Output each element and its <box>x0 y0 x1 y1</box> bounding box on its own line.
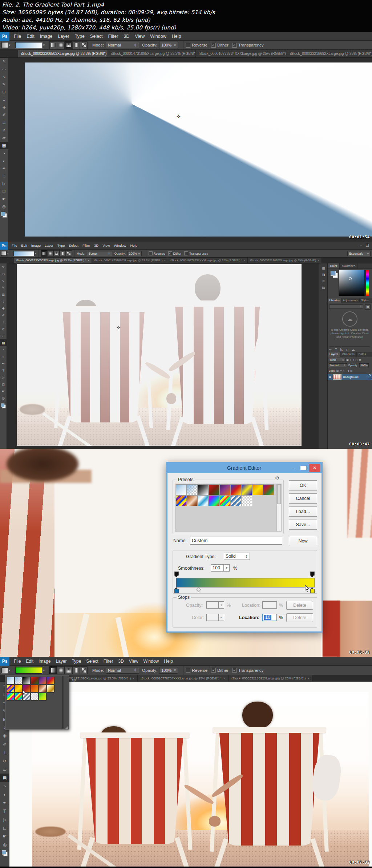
lasso-tool[interactable]: ∿ <box>0 277 7 284</box>
preset-foreground-to-transparent[interactable] <box>15 677 23 685</box>
picker-resize-handle[interactable] <box>65 726 68 729</box>
hand-tool[interactable]: ☛ <box>0 195 8 203</box>
gradient-preview[interactable] <box>13 251 35 256</box>
crop-tool[interactable]: ⊞ <box>0 88 8 96</box>
stop-location-input-2[interactable]: 16 <box>262 614 277 621</box>
preset-transparent-stripes[interactable] <box>230 495 241 506</box>
preset-rainbow-stripes[interactable] <box>219 495 230 506</box>
move-tool[interactable]: ↖ <box>0 58 8 65</box>
document-tab[interactable]: iStock_000033218692XLarge.jpg @ 25% (RGB… <box>287 50 372 57</box>
clone-stamp-tool[interactable]: ⊥ <box>0 748 9 757</box>
ok-button[interactable]: OK <box>289 480 317 490</box>
panel-tab[interactable]: Swatches <box>340 263 358 269</box>
picker-gear-icon[interactable]: ⚙ <box>72 678 76 683</box>
mode-select[interactable]: Normal⇕ <box>106 667 139 674</box>
reverse-checkbox[interactable] <box>149 251 153 255</box>
preset-copper[interactable] <box>39 685 46 693</box>
menu-item[interactable]: View <box>135 34 145 39</box>
preset-transparent-checker[interactable] <box>31 693 39 701</box>
canvas-beach-photo[interactable] <box>32 692 369 867</box>
layer-row-background[interactable]: ◉ Background <box>328 374 372 380</box>
gradient-tool[interactable]: ▤ <box>0 142 8 149</box>
dodge-tool[interactable]: ◐ <box>0 353 7 360</box>
smoothness-input[interactable]: 100 <box>211 564 224 572</box>
zoom-tool[interactable]: ◎ <box>0 203 8 210</box>
restore-window-icon[interactable]: ❐ <box>366 243 369 247</box>
document-tab[interactable]: iStock_000033218692XLarge.jpg @ 25% (RGB… <box>229 675 313 681</box>
preset-spectrum[interactable] <box>209 495 219 506</box>
preset-black-white[interactable] <box>198 484 209 495</box>
preset-orange-yellow-orange[interactable] <box>252 484 263 495</box>
type-tool[interactable]: T <box>0 172 8 180</box>
layer-filter-icon[interactable]: T <box>353 358 355 362</box>
menu-item[interactable]: 3D <box>118 659 124 664</box>
panel-tab[interactable]: Color <box>328 263 340 269</box>
menu-item[interactable]: Layer <box>58 34 69 39</box>
preset-black-white[interactable] <box>23 677 31 685</box>
menu-item[interactable]: Image <box>31 243 41 247</box>
dodge-tool[interactable]: ◐ <box>0 790 9 799</box>
gradient-picker-caret-icon[interactable]: ▾ <box>35 252 37 255</box>
menu-item[interactable]: Type <box>57 243 65 247</box>
opacity-stop-right[interactable] <box>310 572 315 576</box>
new-button[interactable]: New <box>289 536 317 546</box>
transparency-checkbox[interactable]: ✓ <box>232 668 237 673</box>
preset-red-green[interactable] <box>31 677 39 685</box>
preset-blue-red-yellow[interactable] <box>47 677 54 685</box>
workspace-select[interactable]: Essentials▾ <box>347 251 371 256</box>
panel-tab[interactable]: Libraries <box>328 298 341 303</box>
linear-gradient-button[interactable] <box>49 666 57 674</box>
mode-select[interactable]: Screen⇕ <box>87 251 112 256</box>
preset-red-orange[interactable] <box>31 685 39 693</box>
reverse-checkbox[interactable] <box>186 668 190 673</box>
menu-item[interactable]: Filter <box>104 659 113 664</box>
blend-mode-select[interactable]: Normal⇕ <box>329 363 347 367</box>
preset-rainbow-stripes[interactable] <box>7 693 15 701</box>
hand-tool[interactable]: ☛ <box>0 388 7 395</box>
layers-opacity-value[interactable]: 100% <box>359 363 369 367</box>
libraries-footer-icon[interactable]: fx <box>340 348 343 351</box>
libraries-footer-icon[interactable]: ◻ <box>346 348 348 351</box>
marquee-tool[interactable]: ▭ <box>0 270 7 277</box>
history-brush-tool[interactable]: ↺ <box>0 757 9 765</box>
reflected-gradient-button[interactable] <box>72 666 80 674</box>
delete-color-stop-button[interactable]: Delete <box>286 613 313 622</box>
menu-item[interactable]: View <box>129 659 138 664</box>
gradient-tool[interactable]: ▤ <box>0 339 7 346</box>
menu-item[interactable]: Window <box>143 659 159 664</box>
gradient-ramp[interactable] <box>176 578 315 588</box>
tab-close-icon[interactable]: × <box>133 677 134 680</box>
menu-item[interactable]: Help <box>172 34 181 39</box>
crop-tool[interactable]: ⊞ <box>0 291 7 298</box>
gradient-type-select[interactable]: Solid⇕ <box>224 553 250 560</box>
panel-fg-swatch[interactable] <box>331 271 336 276</box>
preset-foreground-to-transparent[interactable] <box>187 484 198 495</box>
menu-item[interactable]: Select <box>69 243 78 247</box>
preset-blue-green-rainbow[interactable] <box>15 693 23 701</box>
document-tab[interactable]: iStock_000010778734XXXLarge.jpg @ 25% (R… <box>138 675 229 681</box>
reflected-gradient-button[interactable] <box>60 250 66 257</box>
pen-tool[interactable]: ✒ <box>0 165 8 172</box>
zoom-tool[interactable]: ◎ <box>0 395 7 401</box>
tab-close-icon[interactable]: × <box>244 259 246 262</box>
eraser-tool[interactable]: ▱ <box>0 134 8 142</box>
linear-gradient-button[interactable] <box>41 250 47 257</box>
document-tab[interactable]: iStock_000023306503XLarge.jpg @ 33.3% (R… <box>18 50 108 57</box>
blur-tool[interactable]: ◔ <box>0 149 8 157</box>
lock-option-icon[interactable]: ✛ <box>340 369 342 372</box>
cancel-button[interactable]: Cancel <box>289 493 317 504</box>
panel-tab[interactable]: Adjustments <box>341 298 360 303</box>
layer-thumbnail[interactable] <box>333 374 341 380</box>
gradient-picker-caret-icon[interactable]: ▾ <box>43 669 45 672</box>
gradient-name-input[interactable]: Custom <box>190 537 282 545</box>
preset-blue-red-yellow[interactable] <box>230 484 241 495</box>
panel-tab[interactable]: Channels <box>340 352 357 357</box>
preset-transparent-checker[interactable] <box>241 495 252 506</box>
tab-close-icon[interactable]: × <box>164 259 166 262</box>
save-button[interactable]: Save... <box>289 520 317 530</box>
document-tab[interactable]: iStock_000014731095XLarge.jpg @ 33.3% (R… <box>108 50 195 57</box>
hand-tool[interactable]: ☛ <box>0 832 9 840</box>
gradient-preview[interactable] <box>15 42 42 48</box>
foreground-background-swatches[interactable] <box>1 404 6 408</box>
brush-tool[interactable]: ✐ <box>0 740 9 748</box>
